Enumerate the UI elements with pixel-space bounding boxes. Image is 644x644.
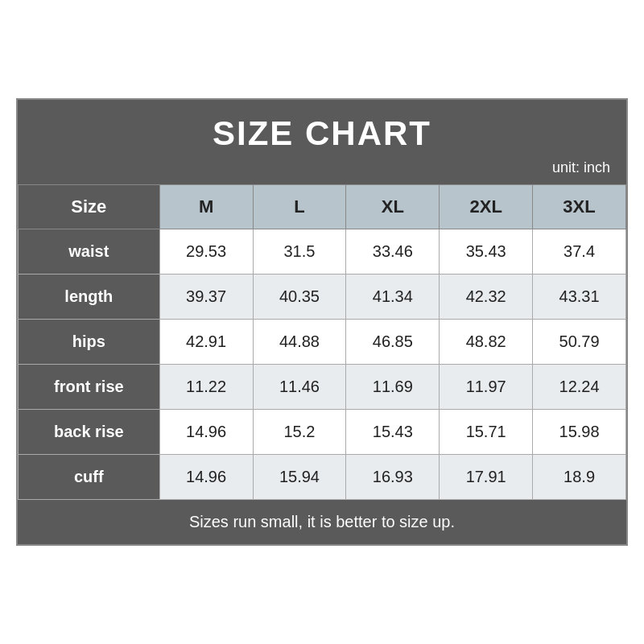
size-table: SizeMLXL2XL3XL waist29.5331.533.4635.433… — [18, 184, 626, 500]
cell-front-rise-3XL: 12.24 — [533, 365, 626, 410]
cell-length-2XL: 42.32 — [440, 275, 533, 320]
cell-length-M: 39.37 — [159, 275, 253, 320]
row-label-length: length — [19, 275, 160, 320]
cell-cuff-M: 14.96 — [159, 455, 253, 500]
table-header-row: SizeMLXL2XL3XL — [19, 185, 626, 229]
cell-front-rise-XL: 11.69 — [346, 365, 440, 410]
header-cell-l: L — [253, 185, 346, 229]
cell-hips-XL: 46.85 — [346, 320, 440, 365]
cell-back-rise-L: 15.2 — [253, 410, 346, 455]
table-row: waist29.5331.533.4635.4337.4 — [19, 229, 626, 275]
table-row: cuff14.9615.9416.9317.9118.9 — [19, 455, 626, 500]
cell-hips-3XL: 50.79 — [533, 320, 626, 365]
unit-label: unit: inch — [18, 159, 626, 184]
cell-cuff-3XL: 18.9 — [533, 455, 626, 500]
row-label-waist: waist — [19, 229, 160, 275]
row-label-back-rise: back rise — [19, 410, 160, 455]
row-label-hips: hips — [19, 320, 160, 365]
header-cell-size: Size — [19, 185, 160, 229]
header-cell-m: M — [159, 185, 253, 229]
cell-back-rise-3XL: 15.98 — [533, 410, 626, 455]
cell-hips-2XL: 48.82 — [440, 320, 533, 365]
cell-waist-M: 29.53 — [159, 229, 253, 275]
cell-waist-XL: 33.46 — [346, 229, 440, 275]
cell-waist-2XL: 35.43 — [440, 229, 533, 275]
cell-waist-L: 31.5 — [253, 229, 346, 275]
cell-front-rise-M: 11.22 — [159, 365, 253, 410]
cell-hips-M: 42.91 — [159, 320, 253, 365]
cell-back-rise-2XL: 15.71 — [440, 410, 533, 455]
table-row: front rise11.2211.4611.6911.9712.24 — [19, 365, 626, 410]
row-label-front-rise: front rise — [19, 365, 160, 410]
cell-cuff-XL: 16.93 — [346, 455, 440, 500]
cell-back-rise-M: 14.96 — [159, 410, 253, 455]
header-cell-3xl: 3XL — [533, 185, 626, 229]
header-cell-2xl: 2XL — [440, 185, 533, 229]
cell-waist-3XL: 37.4 — [533, 229, 626, 275]
cell-length-3XL: 43.31 — [533, 275, 626, 320]
cell-front-rise-L: 11.46 — [253, 365, 346, 410]
size-chart: SIZE CHART unit: inch SizeMLXL2XL3XL wai… — [16, 98, 628, 546]
cell-length-L: 40.35 — [253, 275, 346, 320]
cell-hips-L: 44.88 — [253, 320, 346, 365]
cell-back-rise-XL: 15.43 — [346, 410, 440, 455]
table-body: waist29.5331.533.4635.4337.4length39.374… — [19, 229, 626, 500]
chart-title: SIZE CHART — [18, 100, 626, 159]
cell-cuff-2XL: 17.91 — [440, 455, 533, 500]
table-row: hips42.9144.8846.8548.8250.79 — [19, 320, 626, 365]
row-label-cuff: cuff — [19, 455, 160, 500]
cell-front-rise-2XL: 11.97 — [440, 365, 533, 410]
cell-length-XL: 41.34 — [346, 275, 440, 320]
table-row: back rise14.9615.215.4315.7115.98 — [19, 410, 626, 455]
cell-cuff-L: 15.94 — [253, 455, 346, 500]
header-cell-xl: XL — [346, 185, 440, 229]
table-row: length39.3740.3541.3442.3243.31 — [19, 275, 626, 320]
footer-note: Sizes run small, it is better to size up… — [18, 500, 626, 544]
